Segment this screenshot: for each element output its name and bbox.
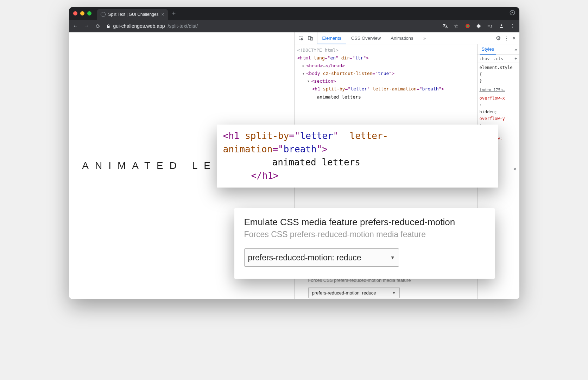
close-devtools-button[interactable]: × [512, 35, 516, 42]
stylesheet-link[interactable]: index 175b… [480, 87, 517, 93]
reload-button[interactable]: ⟳ [95, 23, 101, 30]
prefers-reduced-motion-select-small[interactable]: prefers-reduced-motion: reduce ▼ [308, 287, 400, 298]
globe-icon [101, 12, 106, 17]
rendering-title: Emulate CSS media feature prefers-reduce… [244, 217, 485, 228]
inspect-element-icon[interactable] [297, 34, 305, 42]
maximize-window-button[interactable] [87, 11, 91, 15]
lock-icon [106, 24, 110, 28]
back-button[interactable]: ← [72, 23, 79, 29]
tab-animations[interactable]: Animations [386, 32, 418, 44]
minimize-window-button[interactable] [80, 11, 84, 15]
device-toggle-icon[interactable] [306, 34, 314, 42]
tab-title: Split Text | GUI Challenges [108, 12, 159, 17]
tab-elements[interactable]: Elements [317, 33, 346, 44]
menu-button[interactable]: ⋮ [510, 23, 516, 29]
hov-toggle[interactable]: :hov [480, 56, 490, 61]
account-icon[interactable] [510, 10, 515, 17]
select-value-small: prefers-reduced-motion: reduce [312, 290, 376, 296]
select-value: prefers-reduced-motion: reduce [248, 253, 361, 262]
url-field[interactable]: gui-challenges.web.app/split-text/dist/ [106, 23, 437, 29]
extensions-icon[interactable] [476, 23, 482, 29]
devtools-tab-bar: Elements CSS Overview Animations » ⚙ ⋮ × [295, 32, 519, 44]
tab-more[interactable]: » [418, 32, 431, 44]
forward-button[interactable]: → [84, 23, 90, 29]
profile-icon[interactable] [498, 23, 505, 29]
extension-icon-1[interactable] [464, 23, 471, 29]
new-tab-button[interactable]: + [172, 10, 176, 17]
rendering-subtitle: Forces CSS prefers-reduced-motion media … [244, 230, 485, 239]
h1-text-content: animated letters [297, 93, 474, 101]
styles-more[interactable]: » [514, 47, 517, 52]
toolbar-icons: ☆ ≡♪ ⋮ [442, 23, 516, 29]
code-callout-popup: <h1 split-by="letter" letter-animation="… [217, 125, 498, 188]
translate-icon[interactable] [442, 23, 448, 29]
svg-point-3 [500, 24, 502, 26]
content-area: ANIMATED LETTERS Elements CSS Overview A… [69, 32, 519, 299]
window-controls [73, 11, 91, 15]
browser-window: Split Text | GUI Challenges × + ← → ⟳ gu… [69, 7, 519, 299]
close-drawer-button[interactable]: × [513, 166, 516, 172]
url-path: /split-text/dist/ [168, 23, 198, 29]
styles-tab[interactable]: Styles [480, 44, 496, 55]
url-domain: gui-challenges.web.app [113, 23, 165, 29]
devtools-menu-button[interactable]: ⋮ [504, 36, 509, 41]
gear-icon[interactable]: ⚙ [496, 35, 501, 42]
code-popup-text: animated letters [272, 157, 360, 167]
chevron-down-icon: ▼ [392, 291, 396, 295]
titlebar: Split Text | GUI Challenges × + [69, 7, 519, 20]
tab-css-overview[interactable]: CSS Overview [346, 32, 386, 44]
doctype-line: <!DOCTYPE html> [297, 46, 474, 54]
browser-tab[interactable]: Split Text | GUI Challenges × [97, 9, 168, 20]
prefers-reduced-motion-select[interactable]: prefers-reduced-motion: reduce ▼ [244, 248, 399, 267]
cls-toggle[interactable]: .cls [493, 56, 503, 61]
close-window-button[interactable] [73, 11, 77, 15]
address-bar: ← → ⟳ gui-challenges.web.app/split-text/… [69, 20, 519, 32]
chevron-down-icon: ▼ [390, 255, 395, 260]
add-class-button[interactable]: + [514, 56, 517, 61]
reading-list-icon[interactable]: ≡♪ [487, 23, 493, 29]
bookmark-icon[interactable]: ☆ [453, 23, 460, 29]
rendering-panel-popup: Emulate CSS media feature prefers-reduce… [234, 208, 495, 279]
code-popup-close-tag: </h1> [251, 170, 279, 181]
close-tab-button[interactable]: × [161, 12, 164, 17]
svg-point-2 [467, 25, 469, 27]
